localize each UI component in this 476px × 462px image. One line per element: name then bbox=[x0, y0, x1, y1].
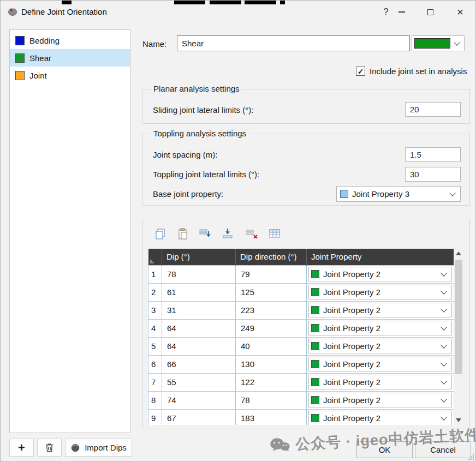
insert-row-below-button[interactable] bbox=[221, 226, 236, 242]
joint-spacing-label: Joint spacing (m): bbox=[153, 150, 217, 159]
joint-property-dropdown[interactable]: Joint Property 2 bbox=[308, 357, 452, 371]
color-swatch-icon bbox=[311, 324, 319, 332]
row-number[interactable]: 6 bbox=[148, 355, 162, 373]
base-property-swatch-icon bbox=[340, 190, 348, 198]
joint-spacing-input[interactable] bbox=[405, 147, 461, 162]
table-row: 17879Joint Property 2 bbox=[148, 265, 454, 283]
base-property-dropdown[interactable]: Joint Property 3 bbox=[336, 186, 461, 202]
delete-joint-set-button[interactable] bbox=[37, 439, 62, 457]
name-color-dropdown[interactable] bbox=[412, 35, 465, 51]
toppling-limits-label: Toppling joint lateral limits (°): bbox=[153, 170, 259, 179]
joint-property-dropdown[interactable]: Joint Property 2 bbox=[308, 339, 452, 353]
color-swatch-icon bbox=[311, 342, 319, 350]
dip-cell[interactable]: 64 bbox=[162, 337, 236, 355]
color-swatch-icon bbox=[311, 270, 319, 278]
dip-direction-cell[interactable]: 40 bbox=[236, 337, 307, 355]
include-joint-set-label: Include joint set in analysis bbox=[370, 67, 467, 76]
sidebar-item-joint[interactable]: Joint bbox=[10, 67, 130, 84]
name-input[interactable] bbox=[177, 35, 410, 51]
dip-direction-cell[interactable]: 130 bbox=[236, 355, 307, 373]
joint-property-dropdown[interactable]: Joint Property 2 bbox=[308, 321, 452, 335]
name-color-swatch-icon bbox=[414, 38, 450, 49]
table-icon bbox=[268, 227, 281, 241]
scroll-up-icon[interactable] bbox=[456, 251, 461, 255]
dip-cell[interactable]: 64 bbox=[162, 319, 236, 337]
joint-property-dropdown[interactable]: Joint Property 2 bbox=[308, 303, 452, 317]
dip-direction-cell[interactable]: 125 bbox=[236, 283, 307, 301]
dip-direction-column-header[interactable]: Dip direction (°) bbox=[236, 249, 307, 265]
row-number[interactable]: 3 bbox=[148, 301, 162, 319]
joint-property-cell: Joint Property 2 bbox=[307, 373, 454, 391]
delete-rows-button[interactable] bbox=[244, 226, 259, 242]
name-label: Name: bbox=[142, 39, 166, 49]
scroll-down-icon[interactable] bbox=[456, 418, 461, 422]
row-number[interactable]: 5 bbox=[148, 337, 162, 355]
joint-property-dropdown[interactable]: Joint Property 2 bbox=[308, 375, 452, 389]
select-all-corner[interactable] bbox=[148, 249, 162, 265]
background-window-artifact bbox=[280, 1, 285, 4]
import-dips-button[interactable]: Import Dips bbox=[65, 439, 132, 457]
toppling-limits-input[interactable] bbox=[405, 167, 461, 182]
row-number[interactable]: 4 bbox=[148, 319, 162, 337]
scrollbar-thumb[interactable] bbox=[455, 260, 462, 374]
joint-property-dropdown[interactable]: Joint Property 2 bbox=[308, 393, 452, 407]
dip-cell[interactable]: 66 bbox=[162, 355, 236, 373]
resize-grip[interactable] bbox=[468, 454, 474, 460]
import-dips-label: Import Dips bbox=[85, 443, 127, 452]
table-row: 261125Joint Property 2 bbox=[148, 283, 454, 301]
table-header-row: Dip (°) Dip direction (°) Joint Property bbox=[148, 249, 454, 265]
dip-cell[interactable]: 78 bbox=[162, 265, 236, 283]
copy-rows-button[interactable] bbox=[153, 226, 168, 242]
joint-property-column-header[interactable]: Joint Property bbox=[307, 249, 454, 265]
color-swatch-icon bbox=[311, 288, 319, 296]
dip-direction-cell[interactable]: 79 bbox=[236, 265, 307, 283]
row-number[interactable]: 8 bbox=[148, 391, 162, 409]
dip-direction-cell[interactable]: 183 bbox=[236, 409, 307, 425]
joint-property-dropdown[interactable]: Joint Property 2 bbox=[308, 411, 452, 425]
row-number[interactable]: 2 bbox=[148, 283, 162, 301]
table-row: 87478Joint Property 2 bbox=[148, 391, 454, 409]
dip-column-header[interactable]: Dip (°) bbox=[162, 249, 236, 265]
dip-direction-cell[interactable]: 122 bbox=[236, 373, 307, 391]
joint-property-dropdown[interactable]: Joint Property 2 bbox=[308, 267, 452, 281]
dip-direction-cell[interactable]: 78 bbox=[236, 391, 307, 409]
table-row: 331223Joint Property 2 bbox=[148, 301, 454, 319]
dip-cell[interactable]: 61 bbox=[162, 283, 236, 301]
table-scrollbar[interactable] bbox=[454, 249, 463, 425]
dip-cell[interactable]: 74 bbox=[162, 391, 236, 409]
dip-direction-cell[interactable]: 249 bbox=[236, 319, 307, 337]
select-table-button[interactable] bbox=[267, 226, 282, 242]
joint-property-value: Joint Property 2 bbox=[323, 413, 380, 423]
include-joint-set-checkbox[interactable]: ✓ bbox=[356, 67, 365, 76]
sidebar-item-shear[interactable]: Shear bbox=[10, 49, 130, 67]
dip-cell[interactable]: 67 bbox=[162, 409, 236, 425]
minimize-button[interactable] bbox=[390, 3, 413, 21]
chevron-down-icon bbox=[441, 378, 447, 384]
dip-direction-cell[interactable]: 223 bbox=[236, 301, 307, 319]
maximize-button[interactable] bbox=[419, 3, 442, 21]
insert-row-above-button[interactable] bbox=[197, 226, 212, 242]
joint-property-value: Joint Property 2 bbox=[323, 377, 380, 387]
cancel-button[interactable]: Cancel bbox=[415, 441, 471, 458]
table-row: 755122Joint Property 2 bbox=[148, 373, 454, 391]
add-joint-set-button[interactable]: + bbox=[9, 439, 34, 457]
close-button[interactable]: ✕ bbox=[449, 3, 472, 21]
sliding-limits-label: Sliding joint lateral limits (°): bbox=[153, 105, 253, 115]
ok-button[interactable]: OK bbox=[356, 441, 413, 458]
color-swatch-icon bbox=[15, 71, 25, 80]
joint-property-cell: Joint Property 2 bbox=[307, 337, 454, 355]
row-number[interactable]: 1 bbox=[148, 265, 162, 283]
background-window-artifact bbox=[210, 1, 241, 4]
row-number[interactable]: 9 bbox=[148, 409, 162, 425]
sliding-limits-input[interactable] bbox=[405, 102, 461, 117]
joint-property-value: Joint Property 2 bbox=[323, 359, 380, 369]
sidebar-item-bedding[interactable]: Bedding bbox=[10, 32, 130, 49]
dip-cell[interactable]: 55 bbox=[162, 373, 236, 391]
dip-cell[interactable]: 31 bbox=[162, 301, 236, 319]
joint-property-value: Joint Property 2 bbox=[323, 323, 380, 333]
paste-rows-button[interactable] bbox=[175, 226, 191, 242]
background-window-artifact bbox=[174, 1, 205, 4]
row-number[interactable]: 7 bbox=[148, 373, 162, 391]
color-swatch-icon bbox=[311, 306, 319, 314]
joint-property-dropdown[interactable]: Joint Property 2 bbox=[308, 285, 452, 299]
